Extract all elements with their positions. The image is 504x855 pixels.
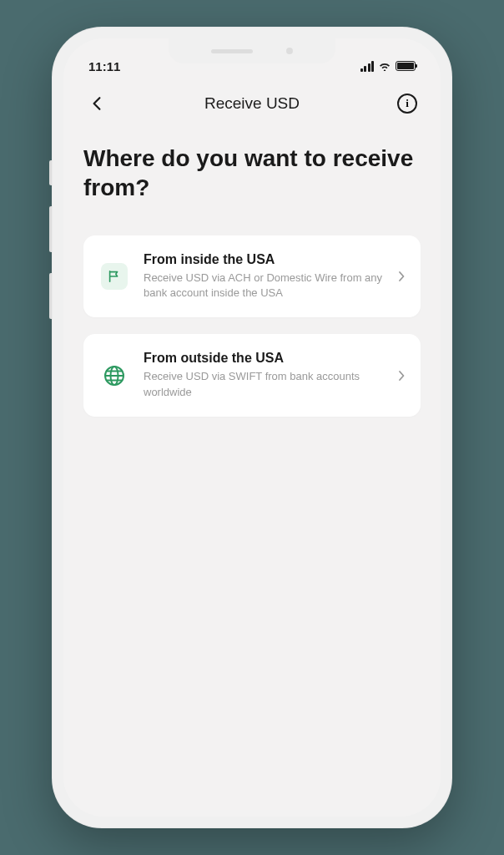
chevron-right-icon — [398, 271, 406, 282]
chevron-right-icon — [398, 370, 406, 382]
option-text: From outside the USA Receive USD via SWI… — [144, 351, 385, 399]
option-icon-wrap — [98, 360, 130, 392]
option-inside-usa[interactable]: From inside the USA Receive USD via ACH … — [83, 235, 421, 317]
option-icon-wrap — [98, 261, 130, 292]
wifi-icon — [378, 61, 391, 71]
option-text: From inside the USA Receive USD via ACH … — [144, 252, 385, 301]
globe-icon — [103, 364, 126, 387]
flag-icon — [107, 269, 122, 284]
status-time: 11:11 — [88, 59, 120, 73]
phone-screen: 11:11 — [63, 38, 441, 817]
content-area: Where do you want to receive from? From … — [63, 127, 441, 450]
phone-notch — [169, 38, 335, 63]
chevron-left-icon — [92, 96, 102, 111]
info-icon: i — [397, 94, 417, 114]
battery-icon — [396, 61, 416, 71]
nav-title: Receive USD — [204, 94, 300, 113]
page-heading: Where do you want to receive from? — [83, 144, 421, 202]
option-title: From outside the USA — [144, 351, 385, 366]
navigation-bar: Receive USD i — [63, 80, 441, 127]
option-title: From inside the USA — [144, 252, 385, 267]
back-button[interactable] — [83, 90, 110, 117]
info-button[interactable]: i — [394, 90, 421, 117]
cellular-signal-icon — [360, 61, 375, 72]
option-description: Receive USD via SWIFT from bank accounts… — [144, 369, 385, 399]
option-outside-usa[interactable]: From outside the USA Receive USD via SWI… — [83, 334, 421, 416]
phone-device-frame: 11:11 — [52, 27, 452, 828]
option-description: Receive USD via ACH or Domestic Wire fro… — [144, 271, 385, 301]
